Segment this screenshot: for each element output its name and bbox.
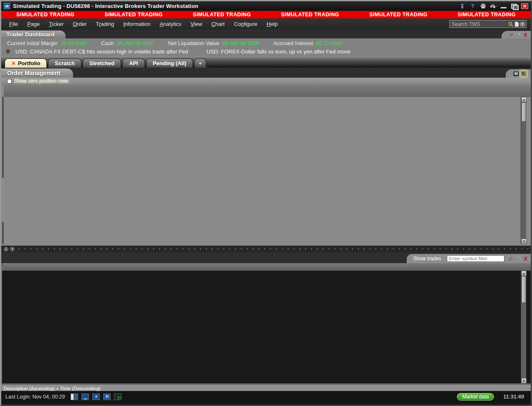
trades-panel: Show trades ? X ▲ ▼	[1, 252, 531, 385]
banner-label: SIMULATED TRADING	[104, 12, 162, 18]
metric-label: Accrued Interest	[274, 40, 313, 46]
menu-item-view[interactable]: View	[187, 20, 206, 28]
sort-status-bar: Description (Ascending) + Time (Descendi…	[1, 385, 531, 391]
tab-scratch[interactable]: Scratch	[48, 58, 81, 68]
market-data-badge[interactable]: Market data	[457, 393, 494, 401]
show-trades-label: Show trades	[413, 256, 441, 261]
banner-label: SIMULATED TRADING	[193, 12, 251, 18]
show-zero-position-checkbox[interactable]	[7, 79, 12, 84]
close-button[interactable]: ×	[521, 3, 528, 9]
banner-label: SIMULATED TRADING	[458, 12, 516, 18]
metric-accrued-interest: Accrued Interest85.72 GBP	[274, 40, 342, 46]
banner-label: SIMULATED TRADING	[281, 12, 339, 18]
metric-label: Current Initial Margin	[7, 40, 58, 46]
menu-item-chart[interactable]: Chart	[208, 20, 228, 28]
last-login-label: Last Login: Nov 04, 00:29	[5, 394, 65, 400]
tab-close-icon[interactable]: ✕	[11, 61, 16, 66]
workspace-blocks-icon[interactable]	[490, 3, 497, 9]
menu-item-configure[interactable]: Configure	[230, 20, 261, 28]
trades-scroll-up-icon[interactable]: ▲	[521, 271, 527, 276]
search-help-icon[interactable]: ?	[520, 22, 525, 27]
trades-scrollbar[interactable]: ▲ ▼	[521, 271, 526, 383]
search-tws-input[interactable]	[451, 21, 507, 28]
menu-bar: FilePageTickerOrderTradingInformationAna…	[1, 18, 531, 30]
trades-table: ▲ ▼	[2, 271, 531, 383]
trades-scroll-down-icon[interactable]: ▼	[521, 378, 527, 383]
pin-icon[interactable]	[459, 3, 466, 9]
metric-net-liquidation-value: Net Liquidation Value86,380.48 GBP	[168, 40, 260, 46]
show-zero-position-label: Show zero position rows	[14, 78, 68, 84]
menu-item-page[interactable]: Page	[23, 20, 43, 28]
menu-item-help[interactable]: Help	[263, 20, 281, 28]
dashboard-close-icon[interactable]: X	[524, 32, 527, 38]
page-tab-bar: ✕PortfolioScratchStretchedAPIPending (Al…	[1, 56, 531, 68]
splitter-handle[interactable]	[16, 248, 528, 250]
trades-column-headers[interactable]	[4, 263, 531, 271]
dashboard-settings-icon[interactable]	[508, 32, 514, 38]
title-bar[interactable]: IB Simulated Trading - DU58298 - Interac…	[1, 1, 531, 11]
splitter-up-icon[interactable]: ▲	[4, 247, 8, 251]
trades-settings-icon[interactable]	[507, 256, 513, 261]
news-headline[interactable]: USD: CANADA FX DEBT-C$ hits session high…	[15, 48, 188, 55]
menu-item-analytics[interactable]: Analytics	[156, 20, 185, 28]
dashboard-news: USD: CANADA FX DEBT-C$ hits session high…	[1, 47, 531, 55]
order-management-panel: Order Management M↻ Show zero position r…	[1, 68, 531, 246]
metric-value: 85.72 GBP	[316, 40, 343, 46]
tws-window: IB Simulated Trading - DU58298 - Interac…	[0, 0, 532, 406]
help-icon[interactable]: ?	[469, 3, 476, 9]
sort-description: Description (Ascending) + Time (Descendi…	[4, 386, 101, 391]
minimize-panels-icon[interactable]: ▁	[81, 393, 89, 400]
metric-value: 86,294.76 GBP	[117, 40, 154, 46]
toolbar-m-button[interactable]: M	[513, 71, 519, 76]
tab-pending-all[interactable]: Pending (All)	[146, 58, 193, 68]
refresh-icon[interactable]: ↻	[521, 71, 527, 76]
ib-logo-icon: IB	[4, 3, 10, 9]
document-icon[interactable]	[514, 21, 520, 27]
search-icon[interactable]	[507, 21, 514, 27]
menu-item-trading[interactable]: Trading	[92, 20, 118, 28]
menu-item-file[interactable]: File	[5, 20, 22, 28]
dashboard-help-icon[interactable]: ?	[516, 32, 521, 37]
tab-portfolio[interactable]: ✕Portfolio	[5, 58, 47, 68]
status-bar: Last Login: Nov 04, 00:29 ▁ × H Market d…	[1, 391, 531, 402]
order-management-table: ▲ ▼	[2, 97, 531, 244]
menu-item-information[interactable]: Information	[119, 20, 154, 28]
splitter-down-icon[interactable]: ▼	[10, 247, 15, 251]
hold-icon[interactable]: H	[103, 393, 111, 400]
layout-icon[interactable]	[71, 393, 78, 400]
left-gutter-scrollbar[interactable]	[2, 97, 4, 244]
trades-help-icon[interactable]: ?	[516, 256, 521, 261]
metric-label: Cash	[101, 40, 114, 46]
banner-label: SIMULATED TRADING	[16, 12, 74, 18]
tab-api[interactable]: API	[122, 58, 145, 68]
printer-icon[interactable]	[480, 3, 486, 9]
search-tws-box[interactable]: ?	[449, 20, 527, 28]
panel-splitter[interactable]: ▲ ▼	[1, 246, 531, 252]
metric-value: 86,380.48 GBP	[222, 40, 259, 46]
scroll-up-icon[interactable]: ▲	[521, 97, 527, 102]
positions-scrollbar[interactable]: ▲ ▼	[521, 97, 526, 244]
restore-button[interactable]	[510, 3, 517, 9]
tab-label: Pending (All)	[153, 60, 186, 66]
arrange-windows-icon[interactable]: ×	[92, 393, 100, 400]
order-management-title[interactable]: Order Management	[1, 69, 73, 78]
add-tab-button[interactable]: +	[194, 58, 207, 68]
order-management-column-headers[interactable]	[4, 84, 531, 97]
tab-label: Portfolio	[18, 60, 40, 66]
menu-item-order[interactable]: Order	[69, 20, 90, 28]
trader-dashboard: Trader Dashboard ? X Current Initial Mar…	[1, 30, 531, 56]
minimize-button[interactable]	[501, 4, 507, 8]
news-bullet-icon	[5, 49, 10, 53]
connection-status-icon[interactable]	[114, 393, 122, 400]
trades-close-icon[interactable]: X	[524, 256, 527, 261]
symbol-filter-input[interactable]	[447, 255, 504, 262]
tab-label: Scratch	[55, 60, 75, 66]
scroll-down-icon[interactable]: ▼	[521, 239, 527, 244]
metric-value: 24.66 GBP	[61, 40, 87, 46]
news-headline[interactable]: USD: FOREX-Dollar falls vs euro, up vs y…	[206, 48, 350, 55]
simulated-banner: SIMULATED TRADINGSIMULATED TRADINGSIMULA…	[1, 11, 531, 18]
tab-stretched[interactable]: Stretched	[83, 58, 121, 68]
order-management-toolbar: M↻	[506, 69, 531, 78]
trader-dashboard-title[interactable]: Trader Dashboard	[1, 30, 66, 38]
menu-item-ticker[interactable]: Ticker	[45, 20, 67, 28]
